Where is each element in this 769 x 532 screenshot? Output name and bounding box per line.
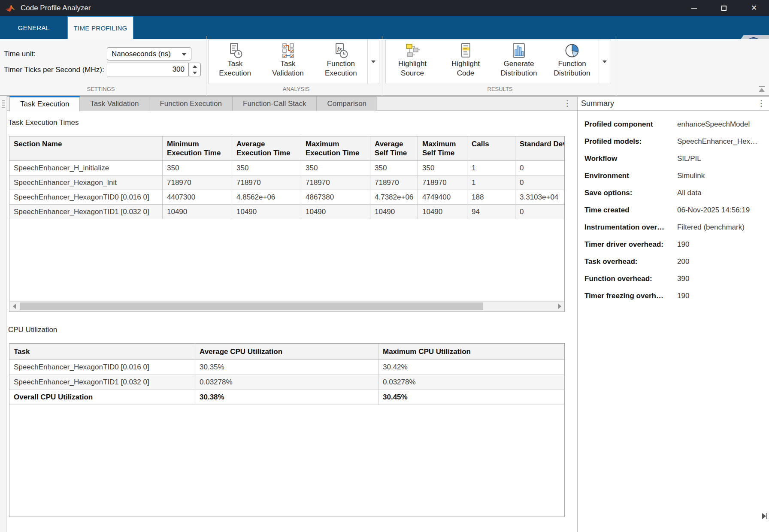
button-label: Execution bbox=[219, 69, 251, 78]
spinner-up-button[interactable] bbox=[189, 63, 200, 70]
col-header-max-cpu[interactable]: Maximum CPU Utilization bbox=[378, 344, 564, 360]
scrollbar-thumb[interactable] bbox=[20, 302, 483, 310]
timer-ticks-input[interactable]: 300 bbox=[107, 63, 189, 76]
chevron-down-icon bbox=[182, 53, 186, 56]
highlight-source-button[interactable]: Highlight Source bbox=[386, 39, 439, 84]
task-table-cell: SpeechEnhancer_HexagonTID0 [0.016 0] bbox=[9, 190, 163, 205]
summary-header: Summary ⋮ bbox=[578, 96, 769, 111]
cpu-table-header: Task Average CPU Utilization Maximum CPU… bbox=[9, 344, 564, 360]
highlight-source-icon bbox=[403, 42, 421, 59]
task-table-cell: 10490 bbox=[163, 205, 232, 219]
doc-tab-label: Comparison bbox=[327, 100, 366, 108]
expand-panel-button[interactable] bbox=[762, 513, 767, 519]
tab-overflow-menu-button[interactable]: ⋮ bbox=[563, 98, 572, 108]
cpu-table-cell: SpeechEnhancer_HexagonTID0 [0.016 0] bbox=[9, 360, 195, 375]
settings-section-label: SETTINGS bbox=[47, 86, 154, 92]
tab-general[interactable]: GENERAL bbox=[0, 16, 67, 39]
col-header-min-exec[interactable]: MinimumExecution Time bbox=[163, 136, 232, 160]
summary-row: Function overhead: 390 bbox=[584, 270, 769, 287]
highlight-code-button[interactable]: Highlight Code bbox=[439, 39, 492, 84]
task-table-row[interactable]: SpeechEnhancer_H_initialize3503503503503… bbox=[9, 161, 564, 175]
doc-tab-comparison[interactable]: Comparison bbox=[317, 96, 377, 111]
summary-row: Task overhead: 200 bbox=[584, 253, 769, 270]
cpu-table-row[interactable]: Overall CPU Utilization30.38%30.45% bbox=[9, 390, 564, 405]
side-panel-grip[interactable] bbox=[0, 96, 7, 532]
task-table-cell: 10490 bbox=[418, 205, 467, 219]
summary-overflow-menu-button[interactable]: ⋮ bbox=[757, 98, 766, 108]
doc-tab-task-execution[interactable]: Task Execution bbox=[9, 96, 80, 111]
collapse-ribbon-button[interactable] bbox=[758, 85, 765, 93]
button-label: Code bbox=[457, 69, 475, 78]
summary-row: Time created 06-Nov-2025 14:56:19 bbox=[584, 202, 769, 219]
scroll-right-button[interactable] bbox=[555, 302, 564, 311]
summary-row-label: Task overhead: bbox=[584, 257, 677, 266]
task-validation-button[interactable]: Task Validation bbox=[261, 39, 314, 84]
task-table-cell: 350 bbox=[370, 161, 418, 175]
task-table-cell: 718970 bbox=[163, 175, 232, 190]
task-table-row[interactable]: SpeechEnhancer_HexagonTID0 [0.016 0]4407… bbox=[9, 190, 564, 205]
summary-panel: Summary ⋮ Profiled component enhanceSpee… bbox=[578, 96, 769, 532]
tab-time-profiling[interactable]: TIME PROFILING bbox=[67, 16, 133, 39]
summary-row-value: SIL/PIL bbox=[677, 154, 701, 163]
minimize-icon bbox=[691, 8, 697, 9]
doc-tab-label: Task Validation bbox=[90, 100, 139, 108]
minimize-button[interactable] bbox=[679, 0, 709, 16]
cpu-table-cell: Overall CPU Utilization bbox=[9, 390, 195, 405]
button-label: Validation bbox=[272, 69, 303, 78]
task-table-row[interactable]: SpeechEnhancer_HexagonTID1 [0.032 0]1049… bbox=[9, 205, 564, 219]
generate-distribution-button[interactable]: Generate Distribution bbox=[492, 39, 545, 84]
col-header-avg-self[interactable]: AverageSelf Time bbox=[370, 136, 418, 160]
function-distribution-button[interactable]: Function Distribution bbox=[545, 39, 599, 84]
task-table-cell: 10490 bbox=[301, 205, 370, 219]
button-label: Task bbox=[227, 60, 242, 68]
doc-tab-label: Function-Call Stack bbox=[243, 100, 306, 108]
button-label: Function bbox=[558, 60, 586, 68]
analysis-gallery-dropdown[interactable] bbox=[367, 39, 379, 84]
horizontal-scrollbar[interactable] bbox=[10, 301, 564, 311]
summary-row-value: Filtered (benchmark) bbox=[677, 223, 745, 232]
cpu-table-row[interactable]: SpeechEnhancer_HexagonTID1 [0.032 0]0.03… bbox=[9, 375, 564, 390]
task-table-cell: 188 bbox=[467, 190, 515, 205]
time-unit-dropdown[interactable]: Nanoseconds (ns) bbox=[107, 47, 191, 60]
col-header-task[interactable]: Task bbox=[9, 344, 195, 360]
task-table-cell: SpeechEnhancer_Hexagon_Init bbox=[9, 175, 163, 190]
spinner-down-button[interactable] bbox=[189, 70, 200, 76]
task-execution-button[interactable]: Task Execution bbox=[209, 39, 261, 84]
button-label: Task bbox=[281, 60, 296, 68]
scroll-left-button[interactable] bbox=[10, 302, 18, 311]
summary-row-value: enhanceSpeechModel bbox=[677, 120, 750, 129]
col-header-max-self[interactable]: MaximumSelf Time bbox=[418, 136, 467, 160]
function-execution-button[interactable]: fx Function Execution bbox=[315, 39, 367, 84]
cpu-table-cell: 30.45% bbox=[378, 390, 564, 405]
task-table-cell: 0 bbox=[515, 205, 564, 219]
summary-row-label: Environment bbox=[584, 172, 677, 180]
task-table-title: Task Execution Times bbox=[8, 118, 79, 127]
doc-tab-function-call-stack[interactable]: Function-Call Stack bbox=[233, 96, 317, 111]
col-header-section-name[interactable]: Section Name bbox=[9, 136, 163, 160]
col-header-calls[interactable]: Calls bbox=[467, 136, 515, 160]
col-header-avg-cpu[interactable]: Average CPU Utilization bbox=[195, 344, 378, 360]
cpu-table-cell: 30.35% bbox=[195, 360, 378, 375]
cpu-utilization-table: Task Average CPU Utilization Maximum CPU… bbox=[9, 343, 565, 517]
results-section-label: RESULTS bbox=[446, 86, 554, 92]
doc-tab-function-execution[interactable]: Function Execution bbox=[149, 96, 233, 111]
task-table-row[interactable]: SpeechEnhancer_Hexagon_Init7189707189707… bbox=[9, 175, 564, 190]
col-header-avg-exec[interactable]: AverageExecution Time bbox=[232, 136, 301, 160]
summary-row-label: Save options: bbox=[584, 189, 677, 197]
task-table-cell: 4407300 bbox=[163, 190, 232, 205]
task-table-cell: 4.8562e+06 bbox=[232, 190, 301, 205]
doc-tab-task-validation[interactable]: Task Validation bbox=[80, 96, 149, 111]
col-header-std-dev[interactable]: Standard Deviation bbox=[515, 136, 564, 160]
results-gallery-dropdown[interactable] bbox=[599, 39, 610, 84]
cpu-table-row[interactable]: SpeechEnhancer_HexagonTID0 [0.016 0]30.3… bbox=[9, 360, 564, 375]
button-label: Generate bbox=[504, 60, 534, 68]
task-table-cell: 350 bbox=[232, 161, 301, 175]
col-header-max-exec[interactable]: MaximumExecution Time bbox=[301, 136, 370, 160]
grip-icon bbox=[2, 100, 5, 108]
scroll-right-icon bbox=[558, 304, 561, 309]
task-table-cell: 4867380 bbox=[301, 190, 370, 205]
task-table-cell: 350 bbox=[163, 161, 232, 175]
maximize-button[interactable] bbox=[709, 0, 739, 16]
task-table-cell: 1 bbox=[467, 161, 515, 175]
close-button[interactable]: ✕ bbox=[739, 0, 769, 16]
